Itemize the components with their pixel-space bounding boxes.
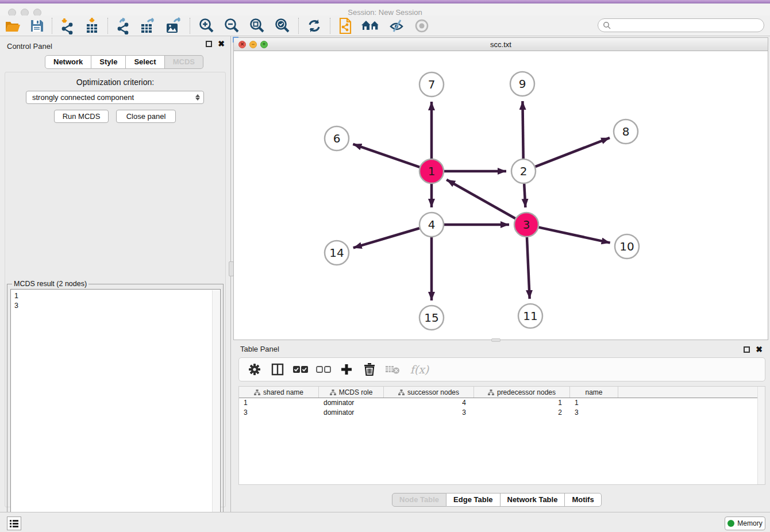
cell-name[interactable]: 3 <box>570 408 618 418</box>
import-network-button[interactable] <box>56 16 80 36</box>
search-field[interactable] <box>598 18 764 32</box>
export-table-button[interactable] <box>136 16 161 36</box>
tab-node-table[interactable]: Node Table <box>392 493 446 507</box>
network-canvas[interactable]: 7968124314101511 <box>234 51 768 340</box>
column-type-icon <box>488 390 494 395</box>
save-session-button[interactable] <box>25 16 48 36</box>
first-neighbors-button[interactable] <box>357 16 384 36</box>
cell-mcds-role[interactable]: dominator <box>319 398 384 408</box>
export-network-button[interactable] <box>111 16 136 36</box>
tab-network[interactable]: Network <box>45 55 91 69</box>
table-panel-title: Table Panel <box>240 345 279 353</box>
delete-column-button[interactable] <box>360 360 379 379</box>
delete-table-icon <box>385 364 400 375</box>
close-panel-button[interactable]: Close panel <box>116 110 176 123</box>
create-column-button[interactable] <box>337 360 356 379</box>
table-scrollbar[interactable] <box>757 387 765 484</box>
column-header-predecessor-nodes[interactable]: predecessor nodes <box>474 387 570 398</box>
graph-edge-1-6[interactable] <box>353 144 419 167</box>
select-all-columns-button[interactable] <box>291 360 310 379</box>
tab-network-table[interactable]: Network Table <box>500 493 565 507</box>
cell-shared-name[interactable]: 3 <box>239 408 319 418</box>
graph-edge-4-14[interactable] <box>353 228 419 248</box>
table-row[interactable]: 3 dominator 3 2 3 <box>239 408 765 418</box>
column-header-successor-nodes[interactable]: successor nodes <box>384 387 474 398</box>
import-table-button[interactable] <box>80 16 104 36</box>
show-task-history-button[interactable] <box>7 516 21 530</box>
delete-table-button[interactable] <box>383 360 402 379</box>
hide-selected-button[interactable] <box>384 16 410 36</box>
export-image-button[interactable] <box>161 16 186 36</box>
refresh-button[interactable] <box>302 16 326 36</box>
zoom-selected-button[interactable] <box>270 16 295 36</box>
column-type-icon <box>398 390 405 395</box>
show-all-button[interactable] <box>410 16 434 36</box>
table-panel: Table Panel ✖ <box>233 342 768 512</box>
control-panel-window-buttons: ✖ <box>206 41 225 47</box>
graph-edge-3-1[interactable] <box>446 180 515 218</box>
cell-name[interactable]: 1 <box>570 398 618 408</box>
zoom-in-button[interactable] <box>194 16 219 36</box>
export-table-icon <box>140 17 157 34</box>
list-icon <box>10 520 18 527</box>
tab-edge-table[interactable]: Edge Table <box>446 493 500 507</box>
table-settings-button[interactable] <box>245 360 264 379</box>
open-file-button[interactable] <box>0 16 25 36</box>
network-view-title: scc.txt <box>234 40 768 49</box>
zoom-fit-button[interactable] <box>244 16 270 36</box>
criterion-value: strongly connected component <box>32 93 134 102</box>
cell-successor-nodes[interactable]: 4 <box>384 398 474 408</box>
unselect-all-columns-button[interactable] <box>314 360 333 379</box>
refresh-icon <box>306 18 322 34</box>
eye-disabled-icon <box>414 18 430 33</box>
graph-edge-3-10[interactable] <box>538 228 610 243</box>
function-builder-button[interactable]: f(x) <box>406 360 433 379</box>
mcds-result-fieldset: MCDS result (2 nodes) 1 3 <box>7 284 224 532</box>
network-document-icon <box>338 17 353 34</box>
tab-motifs[interactable]: Motifs <box>565 493 601 507</box>
import-table-icon <box>84 17 100 34</box>
column-header-mcds-role[interactable]: MCDS role <box>319 387 384 398</box>
mcds-result-list[interactable]: 1 3 <box>10 289 221 532</box>
network-view-window[interactable]: ✕ − + scc.txt 7968124314101511 <box>233 37 768 340</box>
eye-slash-icon <box>388 18 406 33</box>
close-panel-icon[interactable]: ✖ <box>218 41 225 47</box>
node-table[interactable]: shared name MCDS role successor nodes pr… <box>238 386 765 485</box>
toolbar-separator <box>107 18 108 34</box>
memory-button[interactable]: Memory <box>725 516 765 530</box>
graph-node-label: 9 <box>519 77 526 91</box>
zoom-out-icon <box>223 17 240 34</box>
search-input[interactable] <box>613 21 764 29</box>
cell-predecessor-nodes[interactable]: 2 <box>474 408 570 418</box>
float-panel-icon[interactable] <box>744 346 750 353</box>
show-columns-button[interactable] <box>268 360 287 379</box>
new-network-from-selection-button[interactable] <box>334 16 357 36</box>
graph-edge-2-3[interactable] <box>524 184 525 207</box>
graph-edge-3-11[interactable] <box>527 237 530 299</box>
run-mcds-button[interactable]: Run MCDS <box>54 110 109 123</box>
memory-status-icon <box>727 520 734 527</box>
cell-shared-name[interactable]: 1 <box>239 398 319 408</box>
memory-label: Memory <box>737 519 762 527</box>
tab-style[interactable]: Style <box>91 55 126 69</box>
zoom-fit-icon <box>248 17 265 34</box>
cell-predecessor-nodes[interactable]: 1 <box>474 398 570 408</box>
table-row[interactable]: 1 dominator 4 1 1 <box>239 398 765 408</box>
float-panel-icon[interactable] <box>206 41 212 47</box>
cell-successor-nodes[interactable]: 3 <box>384 408 474 418</box>
graph-node-label: 15 <box>424 311 438 325</box>
graph-node-label: 14 <box>329 246 344 260</box>
column-header-name[interactable]: name <box>570 387 618 398</box>
result-scrollbar[interactable] <box>212 290 220 532</box>
tab-select[interactable]: Select <box>126 55 164 69</box>
zoom-out-button[interactable] <box>219 16 244 36</box>
close-panel-icon[interactable]: ✖ <box>756 346 763 353</box>
gear-icon <box>248 363 261 376</box>
graph-edge-2-9[interactable] <box>522 101 523 159</box>
tab-mcds[interactable]: MCDS <box>165 55 203 69</box>
cell-mcds-role[interactable]: dominator <box>319 408 384 418</box>
graph-edge-2-8[interactable] <box>536 138 610 167</box>
criterion-select[interactable]: strongly connected component <box>26 91 204 104</box>
unchecked-boxes-icon <box>316 365 331 373</box>
column-header-shared-name[interactable]: shared name <box>239 387 319 398</box>
